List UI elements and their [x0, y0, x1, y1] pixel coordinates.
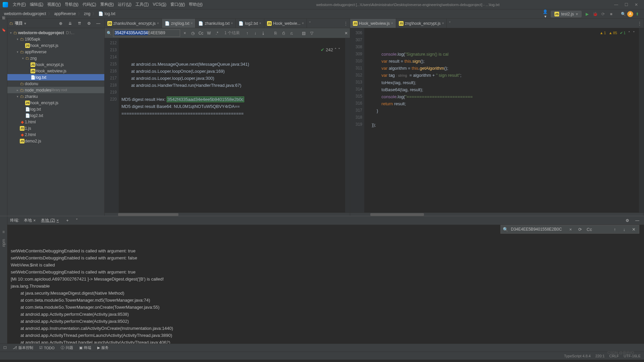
tab-close-icon[interactable]: × — [302, 21, 304, 25]
close-button[interactable]: ✕ — [631, 2, 641, 7]
find-close-icon[interactable]: ✕ — [344, 31, 348, 36]
add-selection-icon[interactable]: ⎘ — [272, 31, 279, 36]
search-everywhere-icon[interactable]: 🔍 — [620, 12, 626, 16]
editor-tab[interactable]: JSzng\hook_encrypt.js× — [396, 19, 447, 28]
tree-item[interactable]: ◆ 1.html — [7, 119, 104, 125]
editor-tab[interactable]: JSzhanku\hook_encrypt.js× — [105, 19, 162, 28]
tree-item[interactable]: JS demo2.js — [7, 138, 104, 144]
debug-button[interactable]: 🐞 — [592, 12, 598, 16]
minimize-button[interactable]: — — [611, 2, 621, 7]
breadcrumb-item[interactable]: 📄 log.txt — [97, 11, 116, 16]
menu-item[interactable]: 导航(N) — [63, 2, 80, 7]
status-position[interactable]: 220:1 — [595, 354, 605, 358]
tab-close-icon[interactable]: × — [231, 21, 233, 25]
tool-window-button[interactable]: ☑TODO — [39, 345, 55, 350]
collapse-all-icon[interactable]: ⇈ — [76, 21, 83, 26]
menu-item[interactable]: 重构(R) — [98, 2, 116, 7]
user-icon[interactable]: 👤▾ — [542, 9, 548, 19]
tree-item[interactable]: JS hook_encrypt.js — [7, 42, 104, 49]
remove-occ-icon[interactable]: ⎌ — [288, 31, 295, 36]
inspection-badges[interactable]: ▲1 ▲85 ✔1 ˄˅ — [600, 29, 635, 37]
tree-item[interactable]: JS hook_encrypt.js — [7, 100, 104, 106]
breadcrumb-item[interactable]: appReverse — [53, 11, 77, 16]
tool-window-button[interactable]: ⓘ问题 — [61, 345, 73, 350]
project-tree[interactable]: ▾ 🗀 webstorm-debugproject D:\... ▾🗀 1905… — [7, 28, 104, 216]
fold-indicator[interactable]: ✔242 ˄˅ — [321, 46, 340, 53]
expand-all-icon[interactable]: ⇊ — [67, 21, 73, 26]
stop-button[interactable]: ■ — [608, 12, 614, 16]
editor-tab[interactable]: JSHook_webview.js× — [350, 19, 396, 28]
coverage-button[interactable]: ⟳ — [600, 12, 606, 16]
tree-item[interactable]: ▾🗀 zng — [7, 55, 104, 61]
npm-icon[interactable]: npm — [1, 239, 6, 247]
find-input[interactable]: 3542F4335AAD34E4EE5B9 — [113, 29, 180, 37]
tree-item[interactable]: JS Hook_webview.js — [7, 68, 104, 74]
editor-tab[interactable]: 📄zng\log.txt× — [162, 19, 196, 28]
avatar-icon[interactable]: A — [627, 11, 633, 17]
find-select-all-icon[interactable]: ⭳ — [260, 31, 267, 36]
editor-body-left[interactable]: 212213214215216217218219220 ✔242 ˄˅ at a… — [105, 38, 350, 213]
select-all-occ-icon[interactable]: ⎙ — [280, 31, 287, 36]
terminal-tab[interactable]: 本地 × — [21, 217, 38, 224]
find-next-icon[interactable]: ↓ — [252, 31, 259, 36]
tree-item[interactable]: JS 1.js — [7, 125, 104, 131]
tree-item[interactable]: ▾🗀 appReverse — [7, 49, 104, 55]
clear-find-icon[interactable]: × — [181, 31, 188, 36]
editor-body-right[interactable]: 3063073083093103113123133143153163173183… — [350, 28, 644, 213]
tabs-overflow-icon[interactable]: ˅ — [307, 21, 313, 26]
minimap[interactable] — [345, 38, 350, 213]
structure-icon[interactable]: ≡ — [2, 230, 5, 234]
terminal-hide-icon[interactable]: — — [634, 218, 640, 223]
term-close-icon[interactable]: ✕ — [630, 226, 637, 233]
terminal-output[interactable]: 🔍 × ⟳ Cc ↑ ↓ ✕ setWebContentsDebuggingEn… — [7, 225, 644, 344]
term-next-icon[interactable]: ↓ — [621, 226, 628, 233]
term-prev-icon[interactable]: ↑ — [611, 226, 618, 233]
status-typescript[interactable]: TypeScript 4.8.4 — [564, 354, 591, 358]
tree-item[interactable]: ▸🗀 node_modules library root — [7, 87, 104, 93]
code-area[interactable]: ▲1 ▲85 ✔1 ˄˅ console.log("Signature.sign… — [364, 28, 639, 213]
menu-item[interactable]: VCS(S) — [151, 2, 168, 7]
editor-tab[interactable]: JSHook_webvie...× — [264, 19, 307, 28]
term-search-close-icon[interactable]: × — [567, 226, 574, 233]
hscrollbar[interactable] — [105, 213, 350, 216]
tab-close-icon[interactable]: × — [442, 21, 444, 25]
ide-update-icon[interactable]: ⬆ — [634, 12, 640, 16]
menu-item[interactable]: 运行(U) — [116, 2, 133, 7]
settings-icon[interactable]: ⚙ — [86, 21, 92, 26]
tool-window-button[interactable]: ⎇版本控制 — [13, 345, 33, 350]
filter-icon[interactable]: ▽ — [308, 31, 315, 36]
tool-window-button[interactable]: ☐ — [3, 346, 7, 350]
tree-item[interactable]: 🗀 dodonu — [7, 80, 104, 87]
terminal-add-button[interactable]: + — [63, 218, 71, 224]
editor-tab[interactable]: 📄log2.txt× — [236, 19, 264, 28]
terminal-tab[interactable]: 本地 (2) × — [38, 217, 61, 224]
words-icon[interactable]: W — [206, 31, 212, 36]
toggle-in-selection-icon[interactable]: ▤ — [300, 31, 307, 36]
minimap[interactable] — [639, 28, 644, 213]
terminal-settings-icon[interactable]: ⚙ — [624, 218, 630, 223]
term-match-case-icon[interactable]: Cc — [586, 226, 593, 233]
tool-window-button[interactable]: ▶服务 — [97, 345, 109, 350]
tree-root[interactable]: ▾ 🗀 webstorm-debugproject D:\... — [7, 29, 104, 36]
maximize-button[interactable]: ☐ — [621, 2, 631, 7]
terminal-dropdown-icon[interactable]: ˅ — [73, 218, 80, 224]
tree-item[interactable]: ▾🗀 1905apk — [7, 36, 104, 42]
tree-item[interactable]: JS hook_encrypt.js — [7, 61, 104, 68]
tab-close-icon[interactable]: × — [391, 21, 393, 25]
menu-item[interactable]: 工具(T) — [133, 2, 151, 7]
run-config-selector[interactable]: JStest2.js▾ — [551, 11, 582, 17]
match-case-icon[interactable]: Cc — [198, 31, 204, 36]
menu-item[interactable]: 代码(C) — [80, 2, 98, 7]
locate-icon[interactable]: ⊕ — [58, 21, 64, 26]
editor-tab[interactable]: 📄zhanku\log.txt× — [196, 19, 236, 28]
breadcrumb-item[interactable]: webstorm-debugproject — [3, 11, 47, 16]
menu-item[interactable]: 帮助(H) — [187, 2, 205, 7]
tab-close-icon[interactable]: × — [191, 21, 193, 25]
tree-item[interactable]: 📄 log2.txt — [7, 112, 104, 119]
find-history-icon[interactable]: ◷ — [190, 31, 196, 36]
regex-icon[interactable]: .* — [214, 31, 220, 36]
menu-item[interactable]: 窗口(W) — [168, 2, 187, 7]
tool-window-button[interactable]: ▣终端 — [79, 345, 91, 350]
tabs-menu-icon[interactable]: ⋮ — [636, 21, 644, 26]
term-search-history-icon[interactable]: ⟳ — [577, 226, 583, 233]
